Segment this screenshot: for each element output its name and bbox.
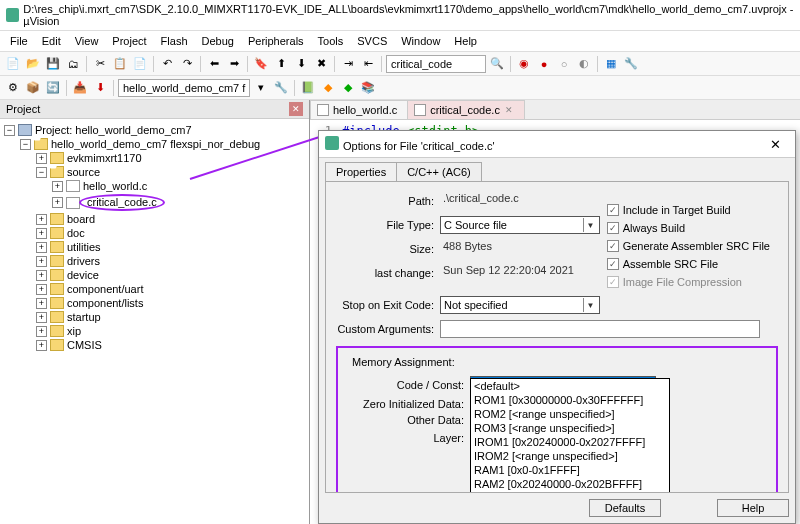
nav-back-icon[interactable]: ⬅ xyxy=(205,55,223,73)
config-icon[interactable]: 🔧 xyxy=(622,55,640,73)
pack-icon[interactable]: ◆ xyxy=(319,79,337,97)
bp-disable-icon[interactable]: ◐ xyxy=(575,55,593,73)
expand-icon[interactable]: − xyxy=(20,139,31,150)
saveall-icon[interactable]: 🗂 xyxy=(64,55,82,73)
expand-icon[interactable]: + xyxy=(36,298,47,309)
tree-file-hello[interactable]: hello_world.c xyxy=(83,180,147,192)
dropdown-option[interactable]: RAM2 [0x20240000-0x202BFFFF] xyxy=(471,477,669,491)
dropdown-option[interactable]: RAM3 [0x202C0000-0x2033FFFF] xyxy=(471,491,669,493)
menu-debug[interactable]: Debug xyxy=(196,33,240,49)
stopexit-select[interactable]: Not specified ▼ xyxy=(440,296,600,314)
menu-svcs[interactable]: SVCS xyxy=(351,33,393,49)
menu-window[interactable]: Window xyxy=(395,33,446,49)
expand-icon[interactable]: + xyxy=(36,270,47,281)
expand-icon[interactable]: − xyxy=(36,167,47,178)
filetype-select[interactable]: C Source file ▼ xyxy=(440,216,600,234)
tree-folder-uart[interactable]: component/uart xyxy=(67,283,143,295)
tab-critical-code[interactable]: critical_code.c ✕ xyxy=(407,100,525,119)
rebuild-icon[interactable]: 🔄 xyxy=(44,79,62,97)
bookmark-prev-icon[interactable]: ⬆ xyxy=(272,55,290,73)
copy-icon[interactable]: 📋 xyxy=(111,55,129,73)
customargs-input[interactable] xyxy=(440,320,760,338)
expand-icon[interactable]: + xyxy=(36,340,47,351)
dropdown-option[interactable]: RAM1 [0x0-0x1FFFF] xyxy=(471,463,669,477)
paste-icon[interactable]: 📄 xyxy=(131,55,149,73)
expand-icon[interactable]: + xyxy=(36,284,47,295)
dropdown-option[interactable]: IROM2 [<range unspecified>] xyxy=(471,449,669,463)
breakpoint-icon[interactable]: ● xyxy=(535,55,553,73)
tree-folder-utilities[interactable]: utilities xyxy=(67,241,101,253)
indent-icon[interactable]: ⇥ xyxy=(339,55,357,73)
rte-icon[interactable]: ◆ xyxy=(339,79,357,97)
outdent-icon[interactable]: ⇤ xyxy=(359,55,377,73)
tree-folder-doc[interactable]: doc xyxy=(67,227,85,239)
check-include[interactable] xyxy=(607,204,619,216)
tree-folder-device[interactable]: device xyxy=(67,269,99,281)
tree-folder-board[interactable]: board xyxy=(67,213,95,225)
tree-folder-evkm[interactable]: evkmimxrt1170 xyxy=(67,152,142,164)
menu-file[interactable]: File xyxy=(4,33,34,49)
nav-fwd-icon[interactable]: ➡ xyxy=(225,55,243,73)
save-icon[interactable]: 💾 xyxy=(44,55,62,73)
dropdown-option[interactable]: ROM2 [<range unspecified>] xyxy=(471,407,669,421)
expand-icon[interactable]: + xyxy=(52,181,63,192)
panel-close-button[interactable]: ✕ xyxy=(289,102,303,116)
dropdown-option[interactable]: ROM1 [0x30000000-0x30FFFFFF] xyxy=(471,393,669,407)
bookmark-clear-icon[interactable]: ✖ xyxy=(312,55,330,73)
dialog-close-button[interactable]: ✕ xyxy=(761,135,789,153)
menu-project[interactable]: Project xyxy=(106,33,152,49)
expand-icon[interactable]: − xyxy=(4,125,15,136)
dropdown-option[interactable]: IROM1 [0x20240000-0x2027FFFF] xyxy=(471,435,669,449)
check-genasm[interactable] xyxy=(607,240,619,252)
menu-tools[interactable]: Tools xyxy=(312,33,350,49)
options-icon[interactable]: 🔧 xyxy=(272,79,290,97)
dropdown-option[interactable]: <default> xyxy=(471,379,669,393)
batch-icon[interactable]: 📥 xyxy=(71,79,89,97)
tree-folder-xip[interactable]: xip xyxy=(67,325,81,337)
tab-properties[interactable]: Properties xyxy=(325,162,397,182)
expand-icon[interactable]: + xyxy=(36,242,47,253)
tree-target[interactable]: hello_world_demo_cm7 flexspi_nor_debug xyxy=(51,138,260,150)
tab-hello-world[interactable]: hello_world.c xyxy=(310,100,408,119)
tree-folder-cmsis[interactable]: CMSIS xyxy=(67,339,102,351)
project-tree[interactable]: − Project: hello_world_demo_cm7 − hello_… xyxy=(0,119,309,524)
cut-icon[interactable]: ✂ xyxy=(91,55,109,73)
check-always[interactable] xyxy=(607,222,619,234)
bp-enable-icon[interactable]: ○ xyxy=(555,55,573,73)
expand-icon[interactable]: + xyxy=(36,256,47,267)
menu-peripherals[interactable]: Peripherals xyxy=(242,33,310,49)
tree-folder-source[interactable]: source xyxy=(67,166,100,178)
expand-icon[interactable]: + xyxy=(36,326,47,337)
undo-icon[interactable]: ↶ xyxy=(158,55,176,73)
target-dropdown-icon[interactable]: ▾ xyxy=(252,79,270,97)
target-select[interactable]: hello_world_demo_cm7 f xyxy=(118,79,250,97)
menu-view[interactable]: View xyxy=(69,33,105,49)
window-icon[interactable]: ▦ xyxy=(602,55,620,73)
books-icon[interactable]: 📚 xyxy=(359,79,377,97)
dropdown-option[interactable]: ROM3 [<range unspecified>] xyxy=(471,421,669,435)
defaults-button[interactable]: Defaults xyxy=(589,499,661,517)
bookmark-next-icon[interactable]: ⬇ xyxy=(292,55,310,73)
tree-folder-drivers[interactable]: drivers xyxy=(67,255,100,267)
code-const-dropdown[interactable]: <default> ROM1 [0x30000000-0x30FFFFFF] R… xyxy=(470,378,670,493)
manage-icon[interactable]: 📗 xyxy=(299,79,317,97)
menu-flash[interactable]: Flash xyxy=(155,33,194,49)
menu-edit[interactable]: Edit xyxy=(36,33,67,49)
translate-icon[interactable]: ⚙ xyxy=(4,79,22,97)
tree-folder-lists[interactable]: component/lists xyxy=(67,297,143,309)
expand-icon[interactable]: + xyxy=(36,153,47,164)
tree-folder-startup[interactable]: startup xyxy=(67,311,101,323)
debug-icon[interactable]: ◉ xyxy=(515,55,533,73)
tree-file-critical[interactable]: critical_code.c xyxy=(79,194,165,211)
expand-icon[interactable]: + xyxy=(36,228,47,239)
redo-icon[interactable]: ↷ xyxy=(178,55,196,73)
find-combo[interactable]: critical_code xyxy=(386,55,486,73)
expand-icon[interactable]: + xyxy=(36,312,47,323)
find-icon[interactable]: 🔍 xyxy=(488,55,506,73)
help-button[interactable]: Help xyxy=(717,499,789,517)
menu-help[interactable]: Help xyxy=(448,33,483,49)
expand-icon[interactable]: + xyxy=(52,197,63,208)
expand-icon[interactable]: + xyxy=(36,214,47,225)
new-icon[interactable]: 📄 xyxy=(4,55,22,73)
bookmark-icon[interactable]: 🔖 xyxy=(252,55,270,73)
